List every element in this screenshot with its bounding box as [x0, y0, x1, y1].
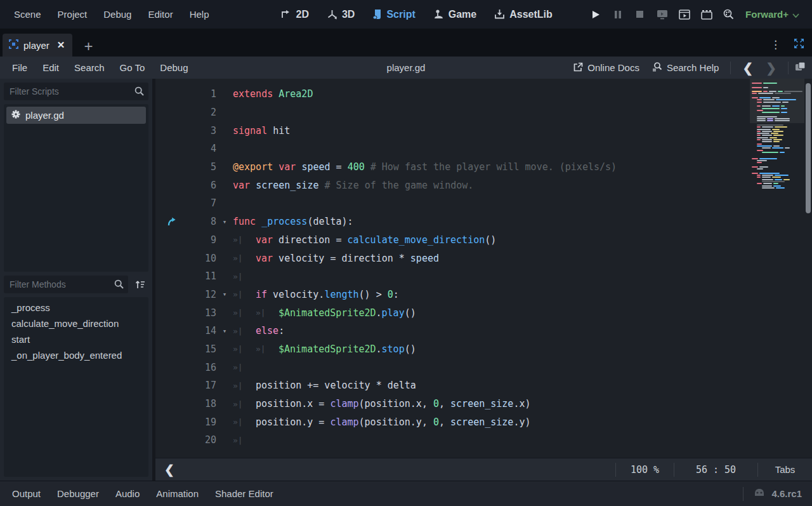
fold-arrow-icon[interactable]: ▾: [216, 218, 233, 226]
workspace-game-button[interactable]: Game: [427, 6, 483, 23]
stop-button[interactable]: [634, 8, 646, 21]
script-menu-search[interactable]: Search: [69, 60, 110, 76]
line-number[interactable]: 13: [177, 307, 216, 319]
filter-methods-input[interactable]: [4, 276, 128, 293]
line-number[interactable]: 14: [177, 325, 216, 336]
code-line[interactable]: 10»|var velocity = direction * speed: [155, 249, 750, 267]
code-line[interactable]: 2: [155, 103, 750, 122]
distraction-free-icon[interactable]: [794, 38, 804, 51]
line-number[interactable]: 10: [177, 253, 216, 264]
line-number[interactable]: 5: [177, 161, 216, 173]
script-menu-edit[interactable]: Edit: [37, 60, 65, 76]
method-item[interactable]: calculate_move_direction: [6, 316, 146, 331]
script-menu-debug[interactable]: Debug: [154, 60, 193, 76]
sort-methods-icon[interactable]: [132, 276, 148, 293]
code-line[interactable]: 16»|: [155, 358, 750, 376]
line-number[interactable]: 1: [177, 88, 216, 100]
add-scene-tab-button[interactable]: +: [84, 39, 93, 54]
indent-type-button[interactable]: Tabs: [757, 463, 812, 477]
script-menu-goto[interactable]: Go To: [114, 60, 151, 76]
line-number[interactable]: 12: [177, 289, 216, 300]
method-item[interactable]: start: [6, 331, 146, 347]
code-line[interactable]: 5@export var speed = 400 # How fast the …: [155, 158, 750, 176]
version-button[interactable]: 4.6.rc1: [771, 488, 802, 499]
menu-project[interactable]: Project: [53, 6, 93, 23]
remote-debug-icon[interactable]: [656, 8, 669, 21]
code-line[interactable]: 17»|position += velocity * delta: [155, 376, 750, 395]
panel-animation-button[interactable]: Animation: [148, 484, 207, 503]
panel-debugger-button[interactable]: Debugger: [49, 484, 107, 503]
code-line[interactable]: 14▾»|else:: [155, 322, 750, 340]
line-number[interactable]: 6: [177, 180, 216, 191]
online-docs-button[interactable]: Online Docs: [568, 60, 645, 76]
line-number[interactable]: 9: [177, 234, 216, 246]
workspace-3d-button[interactable]: 3D: [320, 6, 361, 23]
code-line[interactable]: 9»|var direction = calculate_move_direct…: [155, 231, 750, 250]
panel-audio-button[interactable]: Audio: [107, 484, 148, 503]
make-floating-icon[interactable]: [795, 62, 806, 74]
code-line[interactable]: 11»|: [155, 267, 750, 286]
search-help-button[interactable]: Search Help: [647, 59, 724, 76]
workspace-assetlib-button[interactable]: AssetLib: [488, 6, 559, 23]
code-line[interactable]: 4: [155, 140, 750, 158]
history-back-button[interactable]: ❮: [737, 62, 758, 74]
collapse-scripts-panel-button[interactable]: ❮: [155, 462, 183, 477]
code-line[interactable]: 7: [155, 194, 750, 213]
line-number[interactable]: 16: [177, 362, 216, 373]
menu-scene[interactable]: Scene: [9, 6, 46, 23]
renderer-select[interactable]: Forward+: [742, 6, 803, 22]
method-item[interactable]: _process: [6, 300, 146, 316]
separator: [730, 62, 731, 74]
code-line[interactable]: 19»|position.y = clamp(position.y, 0, sc…: [155, 413, 750, 431]
code-line[interactable]: 1extends Area2D: [155, 85, 750, 103]
line-number[interactable]: 19: [177, 416, 216, 428]
line-number[interactable]: 7: [177, 197, 216, 209]
workspace-script-button[interactable]: Script: [366, 6, 421, 23]
quick-run-scene-icon[interactable]: [700, 8, 713, 21]
code-line[interactable]: 20»|: [155, 431, 750, 449]
play-button[interactable]: [589, 8, 602, 21]
editor-zoom-button[interactable]: 100 %: [615, 463, 674, 477]
script-menu-file[interactable]: File: [6, 60, 33, 76]
code-line[interactable]: 18»|position.x = clamp(position.x, 0, sc…: [155, 395, 750, 413]
code-line[interactable]: 12▾»|if velocity.length() > 0:: [155, 286, 750, 304]
line-number[interactable]: 2: [177, 107, 216, 118]
scene-tab-player[interactable]: player ✕: [3, 34, 72, 57]
scene-tab-menu-icon[interactable]: ⋮: [770, 42, 781, 48]
menu-help[interactable]: Help: [185, 6, 214, 23]
line-number[interactable]: 17: [177, 380, 216, 391]
renderer-profiler-icon[interactable]: [723, 8, 735, 21]
panel-output-button[interactable]: Output: [4, 484, 49, 503]
pause-button[interactable]: [612, 8, 624, 21]
code-minimap[interactable]: [750, 79, 804, 458]
script-list-item-player[interactable]: player.gd: [6, 107, 146, 124]
vertical-scrollbar[interactable]: [804, 79, 812, 458]
panel-shader-editor-button[interactable]: Shader Editor: [207, 484, 282, 503]
caret-position-button[interactable]: 56 : 50: [674, 463, 757, 477]
filter-scripts-input[interactable]: [4, 83, 148, 100]
fold-arrow-icon[interactable]: ▾: [216, 327, 233, 335]
line-number[interactable]: 15: [177, 343, 216, 355]
code-line[interactable]: 13»|»|$AnimatedSprite2D.play(): [155, 303, 750, 322]
line-number[interactable]: 8: [177, 216, 216, 227]
method-item[interactable]: _on_player_body_entered: [6, 347, 146, 363]
menu-debug[interactable]: Debug: [98, 6, 136, 23]
close-tab-icon[interactable]: ✕: [57, 39, 65, 51]
line-number[interactable]: 18: [177, 398, 216, 409]
line-number[interactable]: 20: [177, 434, 216, 446]
fold-arrow-icon[interactable]: ▾: [216, 290, 233, 298]
code-editor[interactable]: 1extends Area2D23signal hit45@export var…: [155, 79, 750, 458]
menu-editor[interactable]: Editor: [143, 6, 178, 23]
history-forward-button[interactable]: ❯: [761, 62, 782, 74]
code-line[interactable]: 6var screen_size # Size of the game wind…: [155, 176, 750, 194]
signal-connection-icon[interactable]: [155, 216, 177, 227]
code-line[interactable]: 15»|»|$AnimatedSprite2D.stop(): [155, 340, 750, 359]
movie-maker-icon[interactable]: [678, 8, 691, 21]
workspace-2d-button[interactable]: 2D: [274, 6, 315, 23]
line-number[interactable]: 3: [177, 125, 216, 136]
line-number[interactable]: 11: [177, 270, 216, 282]
code-line[interactable]: 8▾func _process(delta):: [155, 213, 750, 231]
scrollbar-thumb[interactable]: [806, 83, 811, 213]
code-line[interactable]: 3signal hit: [155, 121, 750, 140]
line-number[interactable]: 4: [177, 143, 216, 154]
